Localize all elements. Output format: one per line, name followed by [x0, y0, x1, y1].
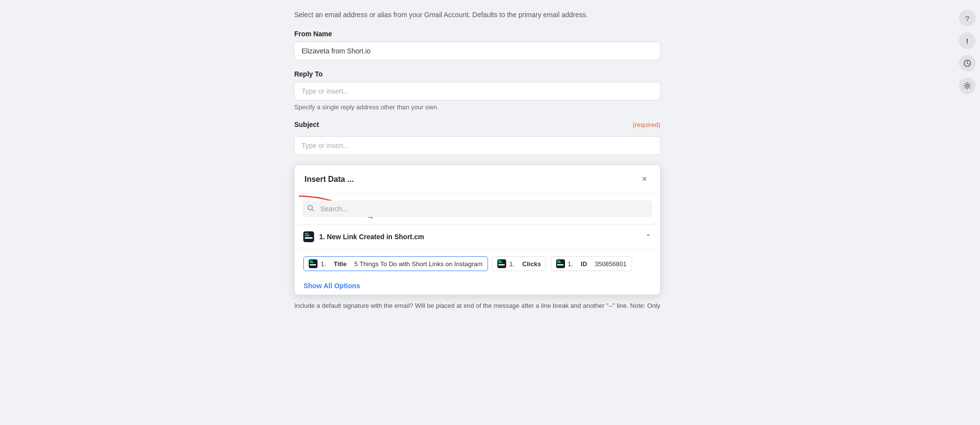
item-clicks-prefix: 1. [509, 260, 514, 268]
data-item-id[interactable]: 1. ID 350856801 [551, 256, 632, 271]
item-logo-title [309, 259, 318, 268]
svg-rect-6 [305, 233, 308, 234]
settings-button[interactable] [959, 77, 976, 94]
svg-rect-9 [310, 264, 316, 266]
insert-data-modal: Insert Data ... × [294, 165, 660, 295]
svg-rect-4 [305, 235, 310, 236]
svg-line-2 [312, 209, 314, 211]
help-button[interactable]: ? [959, 10, 976, 26]
svg-rect-13 [498, 264, 505, 266]
right-sidebar: ? ! [955, 0, 980, 425]
modal-title: Insert Data ... [304, 175, 353, 184]
svg-rect-8 [310, 262, 314, 263]
section-title: 1. New Link Created in Short.cm [319, 233, 424, 241]
close-button[interactable]: × [639, 173, 650, 185]
svg-rect-16 [557, 262, 561, 263]
svg-rect-10 [310, 260, 313, 262]
from-name-group: From Name [294, 30, 660, 60]
show-all-options-link[interactable]: Show All Options [294, 280, 368, 295]
modal-header: Insert Data ... × [294, 165, 660, 194]
alert-button[interactable]: ! [959, 32, 976, 49]
item-title-label: Title [334, 260, 347, 268]
svg-rect-14 [498, 260, 501, 262]
search-icon [307, 205, 314, 213]
from-name-input[interactable] [294, 42, 660, 60]
bottom-hint-text: Include a default signature with the ema… [294, 301, 660, 311]
reply-to-hint: Specify a single reply address other tha… [294, 103, 660, 111]
data-item-clicks[interactable]: 1. Clicks [492, 256, 546, 271]
data-item-title[interactable]: 1. Title 5 Things To Do with Short Links… [303, 256, 488, 271]
modal-search-wrap [294, 194, 660, 225]
from-name-label: From Name [294, 30, 660, 38]
item-id-value: 350856801 [595, 260, 627, 268]
svg-point-20 [966, 85, 969, 87]
section-header[interactable]: 1. New Link Created in Short.cm ⌃ [294, 225, 660, 250]
item-logo-id [556, 259, 565, 268]
subject-label: Subject [294, 121, 319, 128]
subject-group: Subject (required) [294, 121, 660, 155]
item-title-value: 5 Things To Do with Short Links on Insta… [354, 260, 483, 268]
item-logo-clicks [497, 259, 506, 268]
item-title-prefix: 1. [320, 260, 326, 268]
short-logo [303, 231, 314, 242]
svg-rect-18 [557, 260, 560, 262]
item-id-label: ID [581, 260, 587, 268]
item-clicks-label: Clicks [522, 260, 541, 268]
item-id-prefix: 1. [568, 260, 573, 268]
svg-rect-5 [305, 237, 313, 239]
reply-to-label: Reply To [294, 70, 660, 78]
svg-rect-17 [557, 264, 564, 266]
gmail-helper-text: Select an email address or alias from yo… [294, 10, 660, 20]
required-badge: (required) [633, 121, 660, 128]
clock-button[interactable] [959, 55, 976, 72]
data-items-list: 1. Title 5 Things To Do with Short Links… [294, 250, 660, 280]
reply-to-group: Reply To Specify a single reply address … [294, 70, 660, 111]
svg-rect-12 [498, 262, 502, 263]
chevron-up-icon: ⌃ [645, 233, 651, 241]
modal-search-input[interactable] [302, 200, 652, 217]
reply-to-input[interactable] [294, 82, 660, 100]
subject-input[interactable] [294, 136, 660, 155]
